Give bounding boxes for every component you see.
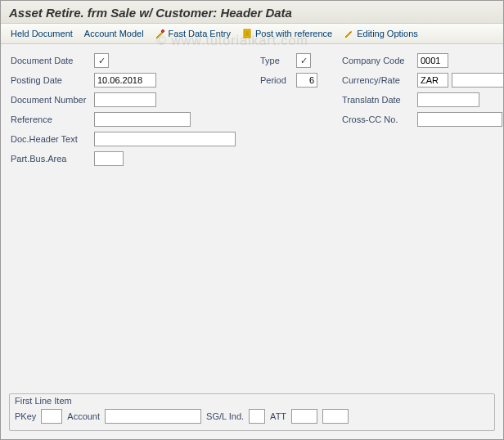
first-line-item-legend: First Line Item (10, 394, 494, 406)
cross-cc-no-input[interactable] (417, 112, 502, 127)
held-document-menu[interactable]: Held Document (11, 29, 73, 38)
first-line-item-group: First Line Item PKey Account SG/L Ind. A… (9, 393, 495, 431)
att-input[interactable] (291, 409, 317, 424)
post-with-reference-button[interactable]: Post with reference (242, 29, 332, 38)
type-input[interactable]: ✓ (296, 53, 311, 68)
posting-date-input[interactable] (94, 73, 156, 88)
post-with-reference-label: Post with reference (255, 29, 332, 38)
fast-data-entry-label: Fast Data Entry (169, 29, 231, 38)
att-extra-input[interactable] (322, 409, 349, 424)
company-code-input[interactable] (417, 53, 448, 68)
account-input[interactable] (105, 409, 201, 424)
empty-area (1, 172, 503, 393)
account-model-menu[interactable]: Account Model (84, 29, 144, 38)
cross-cc-no-label: Cross-CC No. (342, 114, 417, 124)
account-model-label: Account Model (84, 29, 144, 38)
reference-label: Reference (11, 114, 94, 124)
title-bar: Asset Retire. frm Sale w/ Customer: Head… (1, 1, 503, 24)
column-left: Document Date ✓ Posting Date Document Nu… (11, 52, 236, 167)
toolbar: Held Document Account Model Fast Data En… (1, 24, 503, 44)
period-label: Period (260, 75, 296, 85)
posting-date-label: Posting Date (11, 75, 94, 85)
doc-header-text-label: Doc.Header Text (11, 134, 94, 144)
period-input[interactable] (296, 73, 317, 88)
column-right: Company Code Currency/Rate Translatn Dat… (342, 52, 504, 128)
reference-input[interactable] (94, 112, 191, 127)
rate-input[interactable] (452, 73, 504, 88)
doc-header-text-input[interactable] (94, 132, 236, 146)
currency-input[interactable] (417, 73, 448, 88)
currency-rate-label: Currency/Rate (342, 75, 417, 85)
document-number-label: Document Number (11, 95, 94, 105)
editing-options-button[interactable]: Editing Options (344, 29, 418, 38)
pkey-input[interactable] (41, 409, 62, 424)
fast-data-entry-button[interactable]: Fast Data Entry (155, 29, 231, 38)
type-label: Type (260, 56, 296, 65)
document-date-label: Document Date (11, 56, 94, 65)
pkey-label: PKey (15, 411, 36, 421)
pencil-icon (344, 29, 353, 38)
sgl-ind-input[interactable] (249, 409, 265, 424)
document-date-input[interactable]: ✓ (94, 53, 109, 68)
part-bus-area-label: Part.Bus.Area (11, 154, 94, 164)
translatn-date-input[interactable] (417, 92, 479, 107)
att-label: ATT (270, 411, 286, 421)
held-document-label: Held Document (11, 29, 73, 38)
page-title: Asset Retire. frm Sale w/ Customer: Head… (9, 6, 495, 20)
column-middle: Type ✓ Period (260, 52, 317, 88)
part-bus-area-input[interactable] (94, 151, 124, 166)
document-icon (242, 29, 252, 38)
wand-icon (155, 29, 165, 38)
editing-options-label: Editing Options (357, 29, 418, 38)
header-data-form: Document Date ✓ Posting Date Document Nu… (1, 44, 503, 172)
document-number-input[interactable] (94, 92, 156, 107)
translatn-date-label: Translatn Date (342, 95, 417, 105)
sgl-ind-label: SG/L Ind. (206, 411, 244, 421)
company-code-label: Company Code (342, 56, 417, 65)
account-label: Account (67, 411, 100, 421)
